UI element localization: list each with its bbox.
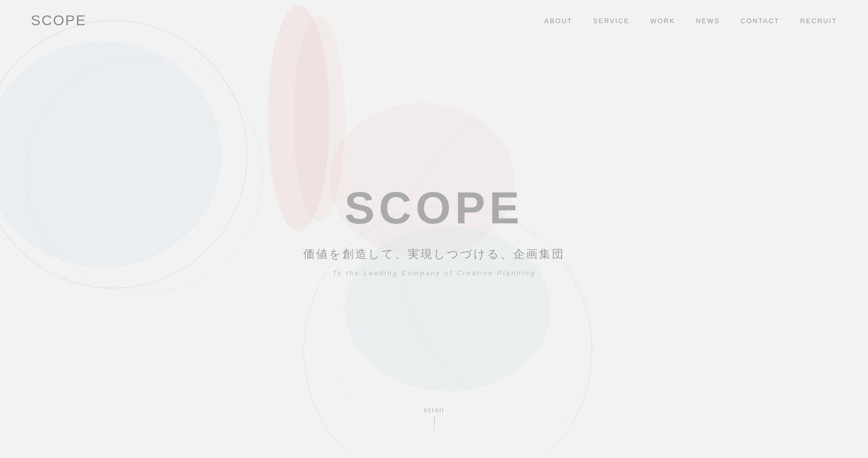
nav-item-contact[interactable]: CONTACT — [740, 17, 779, 25]
nav-item-about[interactable]: ABOUT — [544, 17, 572, 25]
nav-item-service[interactable]: SERVICE — [593, 17, 630, 25]
hero-section: SCOPE 価値を創造して、実現しつづける、企画集団 To the Leadin… — [0, 0, 868, 458]
scroll-indicator: scroll — [424, 407, 444, 437]
site-logo[interactable]: SCOPE — [31, 12, 86, 29]
scroll-label: scroll — [424, 407, 444, 414]
hero-title: SCOPE — [344, 182, 524, 234]
hero-subtitle-japanese: 価値を創造して、実現しつづける、企画集団 — [303, 246, 565, 262]
nav-item-work[interactable]: WORK — [650, 17, 675, 25]
main-nav: ABOUT SERVICE WORK NEWS CONTACT RECRUIT — [544, 17, 837, 25]
scroll-line — [433, 417, 434, 437]
nav-item-news[interactable]: NEWS — [696, 17, 720, 25]
hero-subtitle-english: To the Leading Company of Creative Plann… — [333, 269, 535, 277]
nav-item-recruit[interactable]: RECRUIT — [800, 17, 837, 25]
